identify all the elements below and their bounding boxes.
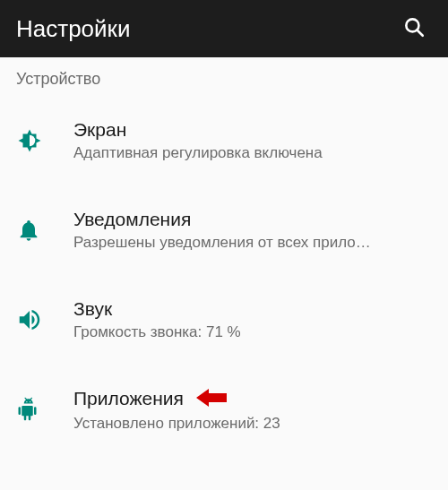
brightness-icon (16, 127, 73, 154)
section-header-device: Устройство (0, 57, 448, 96)
settings-item-apps[interactable]: Приложения Установлено приложений: 23 (0, 365, 448, 456)
android-icon (16, 397, 73, 424)
settings-item-title-text: Приложения (73, 388, 184, 408)
settings-item-subtitle: Адаптивная регулировка включена (73, 144, 432, 162)
settings-item-subtitle: Громкость звонка: 71 % (73, 323, 432, 341)
settings-item-subtitle: Установлено приложений: 23 (73, 415, 432, 433)
volume-icon (16, 306, 73, 333)
settings-item-title: Звук (73, 298, 432, 320)
settings-item-text: Экран Адаптивная регулировка включена (73, 119, 432, 162)
svg-marker-2 (196, 389, 227, 407)
page-title: Настройки (16, 15, 131, 43)
settings-item-title: Экран (73, 119, 432, 141)
svg-line-1 (417, 30, 422, 35)
settings-item-notifications[interactable]: Уведомления Разрешены уведомления от все… (0, 185, 448, 275)
settings-item-title: Приложения (73, 388, 432, 411)
settings-item-text: Приложения Установлено приложений: 23 (73, 388, 432, 433)
appbar: Настройки (0, 0, 448, 57)
settings-item-text: Уведомления Разрешены уведомления от все… (73, 209, 432, 252)
bell-icon (16, 218, 73, 243)
settings-item-text: Звук Громкость звонка: 71 % (73, 298, 432, 341)
search-icon (402, 15, 426, 42)
settings-item-title: Уведомления (73, 209, 432, 230)
settings-item-display[interactable]: Экран Адаптивная регулировка включена (0, 96, 448, 185)
settings-item-sound[interactable]: Звук Громкость звонка: 71 % (0, 275, 448, 365)
arrow-annotation-icon (196, 389, 227, 411)
search-button[interactable] (396, 11, 432, 47)
settings-list: Экран Адаптивная регулировка включена Ув… (0, 96, 448, 456)
settings-item-subtitle: Разрешены уведомления от всех прило… (73, 234, 432, 252)
